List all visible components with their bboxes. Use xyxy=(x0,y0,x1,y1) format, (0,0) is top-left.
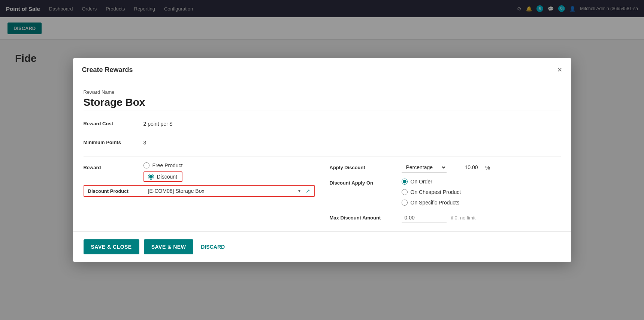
max-discount-row: Max Discount Amount if 0, no limit xyxy=(330,213,561,222)
radio-free-product-label: Free Product xyxy=(152,162,183,168)
max-discount-hint: if 0, no limit xyxy=(451,215,476,221)
radio-free-product-input[interactable] xyxy=(143,162,149,168)
max-discount-label: Max Discount Amount xyxy=(330,215,397,221)
reward-cost-label: Reward Cost xyxy=(84,119,143,126)
modal-footer: SAVE & CLOSE SAVE & NEW DISCARD xyxy=(73,231,571,262)
apply-discount-type-select[interactable]: Percentage xyxy=(402,162,447,173)
discount-apply-on-label: Discount Apply On xyxy=(330,179,397,186)
discount-product-row: Discount Product [E-COM08] Storage Box ▾… xyxy=(84,185,315,197)
apply-discount-label: Apply Discount xyxy=(330,165,397,170)
reward-label: Reward xyxy=(84,162,143,170)
save-close-button[interactable]: SAVE & CLOSE xyxy=(84,239,139,254)
radio-on-specific-input[interactable] xyxy=(402,200,408,206)
external-link-icon[interactable]: ↗ xyxy=(306,188,310,194)
form-left: Reward Free Product Discount xyxy=(84,162,315,222)
discount-product-label: Discount Product xyxy=(88,188,144,194)
reward-cost-row: Reward Cost 2 point per $ xyxy=(84,119,561,131)
radio-on-cheapest-label: On Cheapest Product xyxy=(411,189,461,195)
form-section: Reward Free Product Discount xyxy=(84,162,561,222)
reward-cost-value: 2 point per $ xyxy=(143,119,173,127)
modal-title: Create Rewards xyxy=(82,66,133,74)
apply-discount-row: Apply Discount Percentage % xyxy=(330,162,561,173)
radio-on-order-label: On Order xyxy=(411,179,432,185)
chevron-down-icon: ▾ xyxy=(298,188,300,194)
divider xyxy=(84,156,561,156)
reward-type-group: Free Product Discount xyxy=(143,162,183,182)
save-new-button[interactable]: SAVE & NEW xyxy=(144,239,194,254)
apply-discount-value-input[interactable] xyxy=(451,163,481,172)
minimum-points-value: 3 xyxy=(143,137,146,146)
radio-on-order[interactable]: On Order xyxy=(402,179,461,185)
radio-on-cheapest[interactable]: On Cheapest Product xyxy=(402,189,461,195)
radio-discount-input[interactable] xyxy=(148,174,154,180)
modal-overlay: Create Rewards × Reward Name Reward Cost… xyxy=(0,0,644,320)
minimum-points-row: Minimum Points 3 xyxy=(84,137,561,149)
close-button[interactable]: × xyxy=(557,66,562,74)
radio-on-specific[interactable]: On Specific Products xyxy=(402,200,461,206)
radio-on-cheapest-input[interactable] xyxy=(402,189,408,195)
modal-header: Create Rewards × xyxy=(73,58,571,80)
form-right: Apply Discount Percentage % Discount App… xyxy=(330,162,561,222)
radio-on-order-input[interactable] xyxy=(402,179,408,185)
radio-on-specific-label: On Specific Products xyxy=(411,200,460,206)
discard-button[interactable]: DISCARD xyxy=(198,239,228,254)
apply-on-options: On Order On Cheapest Product On Specific… xyxy=(402,179,461,206)
create-rewards-modal: Create Rewards × Reward Name Reward Cost… xyxy=(73,58,571,262)
minimum-points-label: Minimum Points xyxy=(84,137,143,145)
reward-type-row: Reward Free Product Discount xyxy=(84,162,315,182)
max-discount-input[interactable] xyxy=(402,213,447,222)
reward-name-label: Reward Name xyxy=(84,89,561,95)
radio-free-product[interactable]: Free Product xyxy=(143,162,183,168)
radio-discount-label: Discount xyxy=(157,174,177,180)
discount-product-select[interactable]: [E-COM08] Storage Box xyxy=(148,188,294,194)
modal-body: Reward Name Reward Cost 2 point per $ Mi… xyxy=(73,80,571,231)
discount-apply-on-section: Discount Apply On On Order On Cheapest P… xyxy=(330,179,561,206)
percent-symbol: % xyxy=(486,165,490,171)
reward-name-input[interactable] xyxy=(84,96,561,111)
radio-discount[interactable]: Discount xyxy=(143,171,183,182)
